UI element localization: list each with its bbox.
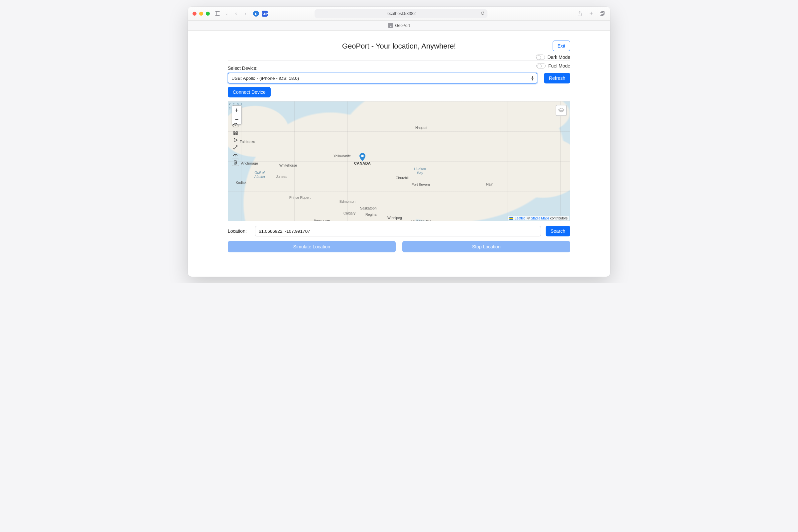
- stadia-link[interactable]: Stadia Maps: [531, 216, 549, 220]
- sidebar-toggle-icon[interactable]: [214, 11, 221, 17]
- search-button[interactable]: Search: [546, 226, 570, 236]
- url-text: localhost:58382: [387, 11, 416, 16]
- map-label-anchorage: Anchorage: [241, 161, 258, 165]
- chevron-down-icon[interactable]: ⌄: [224, 11, 230, 17]
- map-side-tools: [232, 122, 239, 166]
- ukraine-flag-icon: [509, 217, 513, 220]
- map-label-canada: CANADA: [354, 161, 371, 165]
- extension-icon-1[interactable]: ◐: [253, 11, 259, 17]
- location-input[interactable]: [255, 226, 541, 236]
- dark-mode-toggle[interactable]: [536, 55, 545, 60]
- map-attribution: Leaflet | © Stadia Maps contributors: [508, 216, 569, 221]
- cloud-icon[interactable]: [232, 122, 239, 129]
- leaflet-link[interactable]: Leaflet: [515, 216, 525, 220]
- map-label-gulf-alaska: Gulf of Alaska: [254, 171, 265, 178]
- map-label-hudson-bay: Hudson Bay: [414, 167, 426, 175]
- refresh-button[interactable]: Refresh: [544, 73, 570, 83]
- svg-point-5: [361, 155, 364, 157]
- layers-control[interactable]: [556, 105, 567, 116]
- svg-rect-4: [601, 12, 605, 15]
- tab-title[interactable]: GeoPort: [395, 23, 410, 28]
- simulate-location-button[interactable]: Simulate Location: [228, 241, 396, 252]
- save-icon[interactable]: [232, 129, 239, 136]
- trash-icon[interactable]: [232, 158, 239, 166]
- tabs-overview-icon[interactable]: [600, 11, 606, 17]
- url-bar[interactable]: localhost:58382: [315, 9, 488, 18]
- new-tab-icon[interactable]: +: [588, 11, 594, 17]
- map-label-naujaat: Naujaat: [415, 126, 427, 130]
- abp-extension-icon[interactable]: ABP: [262, 11, 268, 17]
- page-content: GeoPort - Your location, Anywhere! Exit …: [188, 31, 610, 277]
- map-label-prince-rupert: Prince Rupert: [289, 195, 310, 200]
- dark-mode-label: Dark Mode: [548, 55, 570, 60]
- map-label-churchill: Churchill: [396, 176, 409, 180]
- reload-icon[interactable]: [480, 11, 485, 16]
- back-button[interactable]: ‹: [233, 11, 239, 17]
- device-select-value: USB: Apollo - (iPhone - iOS: 18.0): [231, 76, 299, 81]
- titlebar: ⌄ ‹ › ◐ ABP localhost:58382 +: [188, 7, 610, 21]
- divider: [228, 60, 570, 61]
- select-chevrons-icon: ▲▼: [531, 76, 534, 80]
- route-icon[interactable]: [232, 144, 239, 151]
- map-label-whitehorse: Whitehorse: [279, 163, 297, 167]
- map-label-fort-severn: Fort Severn: [412, 183, 430, 187]
- map-label-winnipeg: Winnipeg: [387, 216, 402, 220]
- close-window-button[interactable]: [192, 12, 196, 16]
- map-label-yellowknife: Yellowknife: [334, 154, 351, 158]
- tab-favicon: L: [388, 23, 393, 28]
- device-select[interactable]: USB: Apollo - (iPhone - iOS: 18.0) ▲▼: [228, 73, 537, 83]
- fuel-mode-toggle[interactable]: [536, 63, 546, 69]
- traffic-lights: [192, 12, 210, 16]
- map-label-fairbanks: Fairbanks: [240, 140, 255, 144]
- maximize-window-button[interactable]: [206, 12, 210, 16]
- play-icon[interactable]: [232, 137, 239, 143]
- map-pin-icon[interactable]: [359, 153, 365, 161]
- connect-device-button[interactable]: Connect Device: [228, 87, 271, 97]
- fuel-mode-label: Fuel Mode: [548, 63, 570, 69]
- map[interactable]: k c h i e Fairbanks Anchorage Kodiak Jun…: [228, 101, 570, 221]
- zoom-in-button[interactable]: +: [232, 106, 241, 115]
- svg-point-6: [233, 148, 235, 149]
- browser-window: ⌄ ‹ › ◐ ABP localhost:58382 + L GeoPort: [188, 7, 610, 277]
- map-label-thunder-bay: Thunder Bay: [411, 219, 431, 221]
- forward-button[interactable]: ›: [242, 11, 248, 17]
- svg-rect-3: [600, 13, 604, 16]
- map-label-e: e: [229, 106, 231, 110]
- map-label-kodiak: Kodiak: [236, 180, 246, 185]
- exit-button[interactable]: Exit: [553, 41, 570, 51]
- location-label: Location:: [228, 228, 250, 234]
- map-label-edmonton: Edmonton: [340, 200, 356, 204]
- map-label-regina: Regina: [365, 212, 376, 216]
- svg-rect-0: [215, 12, 220, 16]
- gauge-icon[interactable]: [232, 151, 239, 158]
- map-label-juneau: Juneau: [276, 174, 287, 178]
- minimize-window-button[interactable]: [199, 12, 203, 16]
- map-label-nain: Nain: [486, 182, 493, 186]
- page-title: GeoPort - Your location, Anywhere!: [342, 42, 456, 51]
- map-grid: [228, 101, 570, 221]
- map-label-calgary: Calgary: [343, 211, 356, 215]
- select-device-label: Select Device:: [228, 65, 570, 71]
- map-label-vancouver: Vancouver: [314, 218, 330, 221]
- tab-bar: L GeoPort: [188, 21, 610, 31]
- stop-location-button[interactable]: Stop Location: [402, 241, 570, 252]
- map-label-saskatoon: Saskatoon: [360, 206, 377, 210]
- share-icon[interactable]: [577, 11, 583, 17]
- svg-line-8: [235, 155, 236, 156]
